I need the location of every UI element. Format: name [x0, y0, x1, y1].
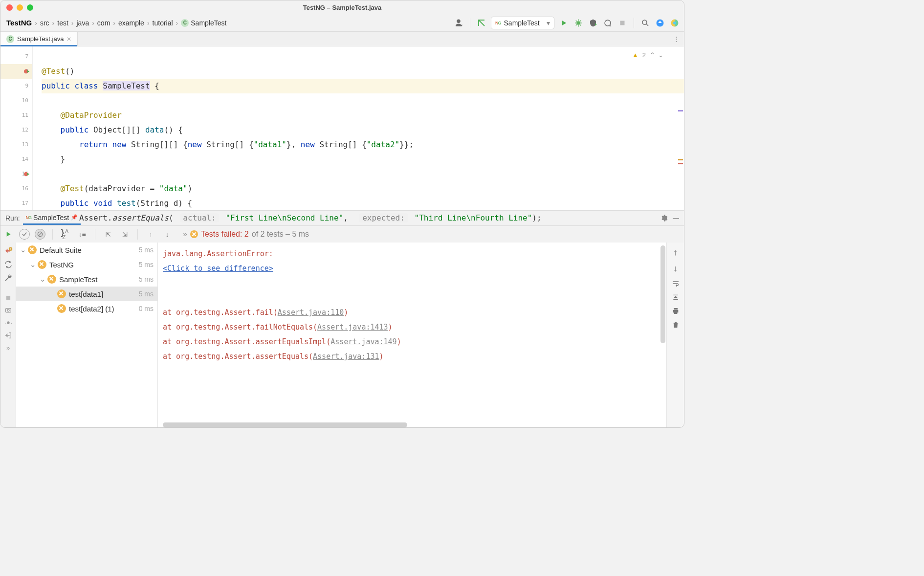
breadcrumb-item[interactable]: src: [38, 18, 51, 28]
svg-rect-2: [620, 21, 625, 25]
clear-button[interactable]: [672, 321, 680, 329]
editor[interactable]: 7 8 9 10 11 12 13 14 15 16 17 @Test() pu…: [0, 46, 684, 210]
editor-inspection-status[interactable]: ▲ 2 ⌃ ⌄: [632, 51, 663, 59]
line-number: 11: [22, 112, 28, 118]
breadcrumb-class[interactable]: C SampleTest: [179, 18, 228, 28]
toolbar-actions: NG SampleTest ▾: [453, 17, 680, 29]
code-area[interactable]: @Test() public class SampleTest { @DataP…: [33, 46, 684, 210]
fail-icon: [190, 230, 198, 238]
tab-row-menu-button[interactable]: ⋮: [668, 32, 684, 46]
run-button[interactable]: [558, 18, 569, 28]
tree-time: 5 ms: [139, 275, 154, 283]
expand-icon[interactable]: ⌄: [30, 260, 38, 269]
toggle-auto-test-button[interactable]: [4, 260, 13, 269]
rerun-failed-button[interactable]: 9: [4, 246, 13, 255]
diff-link[interactable]: <Click to see difference>: [163, 264, 273, 273]
run-gutter-icon[interactable]: [23, 171, 30, 177]
line-number: 13: [22, 141, 28, 148]
svg-point-5: [673, 22, 676, 24]
prev-highlight-button[interactable]: ⌃: [650, 51, 655, 59]
warning-count: 2: [642, 51, 646, 59]
breadcrumb-item[interactable]: example: [116, 18, 146, 28]
print-button[interactable]: [672, 307, 680, 315]
main-toolbar: TestNG › src › test › java › com › examp…: [0, 14, 684, 32]
close-window-button[interactable]: [6, 4, 13, 11]
chevron-icon: ›: [71, 19, 74, 27]
line-number: 16: [22, 185, 28, 192]
fail-icon: [38, 260, 46, 269]
console-scrollbar-horizontal[interactable]: [163, 422, 407, 427]
fail-icon: [47, 275, 56, 284]
testng-icon: NG: [26, 215, 32, 220]
editor-tab[interactable]: C SampleTest.java ✕: [0, 32, 78, 46]
down-stack-button[interactable]: ↓: [673, 264, 678, 274]
show-passed-toggle[interactable]: [19, 229, 30, 240]
debug-button[interactable]: [573, 18, 584, 28]
source-link[interactable]: Assert.java:1413: [317, 323, 388, 332]
sync-button[interactable]: [655, 18, 665, 28]
source-link[interactable]: Assert.java:149: [330, 337, 396, 346]
titlebar: TestNG – SampleTest.java: [0, 0, 684, 14]
breadcrumb-project[interactable]: TestNG: [4, 18, 34, 28]
dump-threads-button[interactable]: [4, 306, 12, 314]
maximize-window-button[interactable]: [27, 4, 33, 11]
expand-icon[interactable]: ⌄: [40, 275, 47, 284]
ide-features-button[interactable]: [669, 18, 680, 28]
more-icon[interactable]: »: [6, 344, 10, 352]
tree-row[interactable]: test[data2] (1) 0 ms: [16, 301, 157, 316]
chevron-icon: ›: [113, 19, 115, 27]
scroll-to-end-button[interactable]: [672, 293, 680, 301]
breadcrumb-item[interactable]: com: [95, 18, 112, 28]
expand-icon[interactable]: ⌄: [20, 245, 28, 254]
tree-row[interactable]: test[data1] 5 ms: [16, 287, 157, 301]
fail-icon: [28, 245, 37, 254]
run-config-select[interactable]: NG SampleTest ▾: [491, 17, 554, 29]
line-number: 17: [22, 200, 28, 206]
stop-button[interactable]: [617, 18, 628, 28]
stop-tests-button[interactable]: [5, 294, 12, 301]
user-menu-button[interactable]: [453, 18, 464, 28]
wrench-icon[interactable]: [4, 274, 12, 282]
console-right-column: ↑ ↓: [666, 243, 684, 428]
tree-time: 5 ms: [139, 261, 154, 268]
tree-label: TestNG: [49, 261, 74, 269]
source-link[interactable]: Assert.java:110: [278, 308, 344, 317]
fail-icon: [57, 289, 66, 298]
tree-row[interactable]: ⌄ SampleTest 5 ms: [16, 272, 157, 287]
exit-button[interactable]: [4, 332, 12, 339]
run-label: Run:: [5, 214, 20, 222]
tree-label: test[data1]: [69, 290, 103, 298]
chevron-icon: ›: [52, 19, 55, 27]
window-controls: [6, 4, 33, 11]
breadcrumb-item[interactable]: test: [55, 18, 70, 28]
close-tab-icon[interactable]: ✕: [66, 36, 71, 43]
run-config-label: SampleTest: [504, 19, 540, 27]
run-gutter-icon[interactable]: [23, 68, 30, 75]
coverage-button[interactable]: [588, 18, 598, 28]
build-button[interactable]: [476, 18, 487, 28]
trace-line: at org.testng.Assert.assertEquals(: [163, 352, 313, 361]
breadcrumb-item[interactable]: tutorial: [151, 18, 175, 28]
minimize-window-button[interactable]: [17, 4, 23, 11]
next-highlight-button[interactable]: ⌄: [658, 51, 663, 59]
rerun-button[interactable]: [4, 230, 12, 238]
class-icon: C: [6, 35, 14, 43]
error-stripe[interactable]: [677, 46, 684, 210]
test-tree[interactable]: ⌄ Default Suite 5 ms ⌄ TestNG 5 ms ⌄ Sam…: [16, 243, 158, 428]
chevron-icon: ›: [176, 19, 178, 27]
console-output[interactable]: java.lang.AssertionError: <Click to see …: [158, 243, 666, 428]
console-scrollbar-vertical[interactable]: [660, 245, 665, 343]
tree-row[interactable]: ⌄ TestNG 5 ms: [16, 257, 157, 272]
line-number: 7: [25, 53, 28, 60]
breadcrumb-item[interactable]: java: [75, 18, 91, 28]
import-tests-button[interactable]: [4, 319, 12, 327]
profile-button[interactable]: [602, 18, 613, 28]
gutter: 7 8 9 10 11 12 13 14 15 16 17: [0, 46, 33, 210]
soft-wrap-button[interactable]: [672, 280, 680, 288]
window-title: TestNG – SampleTest.java: [0, 4, 684, 11]
warning-icon: ▲: [632, 51, 638, 59]
search-button[interactable]: [640, 18, 651, 28]
testng-icon: NG: [495, 21, 501, 25]
chevron-icon: ›: [147, 19, 150, 27]
source-link[interactable]: Assert.java:131: [313, 352, 379, 361]
